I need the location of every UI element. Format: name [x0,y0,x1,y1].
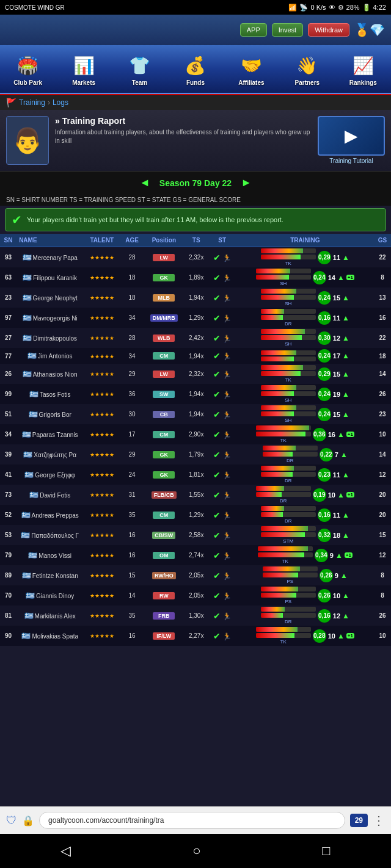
table-row: 39 🇬🇷Χατζηφώτης Ρα ★★★★★ 29 GK 1,79x ✔ 🏃… [0,444,391,465]
nav-team-label: Team [132,79,147,86]
status-right: 📶 📡 0 K/s 👁 ⚙ 28% 🔋 4:22 [288,4,386,12]
player-st: ✔ 🏃 [208,485,236,505]
table-row: 73 🇬🇷David Fotis ★★★★★ 31 FLB/CB 1,55x ✔… [0,485,391,505]
stars: ★★★★★ [90,613,114,619]
prev-season-button[interactable]: ◄ [139,176,150,189]
nav-team[interactable]: 👕 Team [112,49,167,89]
stars: ★★★★★ [90,275,114,281]
player-position: CM [144,348,185,364]
training-number: 10 [333,592,340,599]
wifi-icon: 📡 [299,4,308,12]
check-icon: ✔ [213,430,221,439]
player-sn: 77 [0,348,16,364]
flag-icon: 🇬🇷 [21,531,30,540]
player-gs: 26 [374,384,391,404]
check-icon: ✔ [213,631,221,641]
player-age: 18 [120,267,144,288]
training-score: 0,16 [318,311,331,325]
training-number: 9 [335,572,338,579]
score-bar [261,315,283,320]
nav-markets-label: Markets [72,79,95,86]
stars: ★★★★★ [90,593,114,599]
data-speed: 0 K/s [310,4,326,11]
run-icon: 🏃 [222,512,232,520]
player-training: DR 0,23 11 ▲ [236,465,374,485]
stars: ★★★★★ [90,573,114,579]
training-score: 0,22 [320,448,333,461]
col-name: NAME [16,234,83,247]
table-row: 34 🇬🇷Paparas Tzannis ★★★★★ 17 CM 2,90x ✔… [0,424,391,444]
run-icon: 🏃 [222,411,232,419]
tutorial-play-button[interactable]: ▶ [318,116,385,156]
player-age: 16 [120,525,144,545]
position-badge: CM [153,431,175,438]
stars: ★★★★★ [90,315,114,321]
player-training: SH 0,24 14 ▲ +1 [236,267,374,288]
up-triangle-icon: ▲ [342,612,349,620]
player-position: RW/HO [144,565,185,585]
next-season-button[interactable]: ► [241,176,252,189]
invest-button[interactable]: Invest [272,23,303,37]
nav-partners[interactable]: 👋 Partners [279,49,335,89]
training-sub: SH [285,397,291,403]
nav-rankings-label: Rankings [349,79,377,86]
nav-funds[interactable]: 💰 Funds [167,49,223,89]
table-row: 90 🇬🇷Molivakias Spata ★★★★★ 16 IF/LW 2,2… [0,626,391,646]
nav-club-park[interactable]: 🏟️ Club Park [0,49,56,89]
player-age: 28 [120,328,144,348]
breadcrumb-logs[interactable]: Logs [53,98,68,107]
player-training: PS 0,26 9 ▲ [236,565,374,585]
breadcrumb-training[interactable]: Training [19,98,45,107]
training-bar [256,425,309,430]
player-name: 🇬🇷Filippou Karanik [16,267,83,288]
training-score: 0,36 [313,428,326,441]
training-bar [261,350,296,355]
plus-badge: +1 [346,633,354,638]
player-training: DR 0,16 11 ▲ [236,308,374,328]
tutorial-label: Training Tutorial [318,157,385,164]
nav-rankings[interactable]: 📈 Rankings [335,49,391,89]
position-badge: RW [153,592,175,599]
player-name: 🇬🇷Mercenary Papa [16,247,83,268]
score-bar [256,275,289,280]
nav-affiliates[interactable]: 🤝 Affiliates [224,49,279,89]
check-icon: ✔ [213,313,221,323]
funds-icon: 💰 [182,52,209,79]
player-talent: ★★★★★ [83,505,120,525]
training-bar [263,566,301,571]
player-ts: 1,79x [185,444,208,465]
player-training: TK 0,34 9 ▲ +1 [236,545,374,565]
run-icon: 🏃 [222,335,232,343]
player-talent: ★★★★★ [83,348,120,364]
plus-badge: +1 [346,275,354,280]
player-talent: ★★★★★ [83,247,120,268]
player-gs: 15 [374,525,391,545]
app-button[interactable]: APP [240,23,267,37]
training-sub: SH [285,341,291,347]
season-nav: ◄ Season 79 Day 22 ► [0,172,391,194]
score-bar [256,492,282,497]
training-number: 11 [333,254,340,261]
training-sub: DR [280,498,287,504]
table-row: 51 🇬🇷Grigoris Bor ★★★★★ 30 CB 1,94x ✔ 🏃 … [0,404,391,424]
flag-icon: 🇬🇷 [26,591,35,600]
flag-icon: 🇬🇷 [22,571,31,580]
battery-icon: 🔋 [362,4,371,12]
nav-markets[interactable]: 📊 Markets [56,49,111,89]
markets-icon: 📊 [70,52,97,79]
flag-icon: 🇬🇷 [28,551,37,560]
score-bar [261,371,301,376]
player-sn: 97 [0,308,16,328]
player-gs: 12 [374,465,391,485]
player-talent: ★★★★★ [83,288,120,308]
alert-text: Your players didn't train yet but they w… [27,216,283,223]
withdraw-button[interactable]: Withdraw [308,23,349,37]
player-ts: 1,81x [185,465,208,485]
player-position: GK [144,465,185,485]
player-position: LW [144,364,185,384]
position-badge: FRB [153,612,175,620]
flag-icon: 🇬🇷 [29,491,38,499]
player-talent: ★★★★★ [83,565,120,585]
player-training: SH 0,24 15 ▲ [236,288,374,308]
run-icon: 🏃 [222,471,232,480]
